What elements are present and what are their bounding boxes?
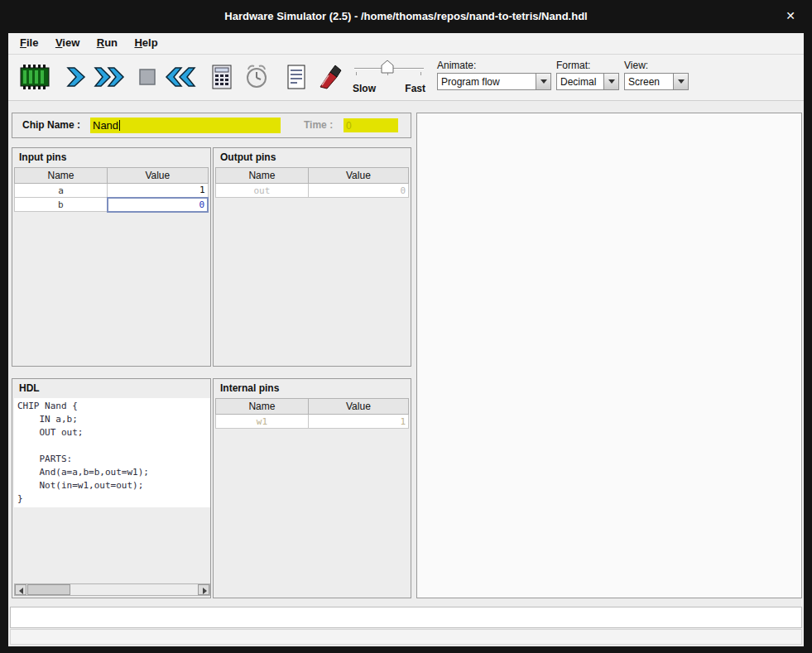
triangle-left-icon bbox=[19, 588, 23, 594]
table-row: w1 1 bbox=[216, 415, 409, 429]
window-title: Hardware Simulator (2.5) - /home/thomas/… bbox=[0, 10, 812, 22]
menu-help[interactable]: Help bbox=[127, 33, 164, 52]
document-icon bbox=[286, 64, 307, 90]
pin-name-cell: out bbox=[216, 184, 309, 198]
chip-icon bbox=[19, 65, 50, 89]
output-pins-panel: Output pins Name Value out 0 bbox=[213, 147, 411, 367]
chip-name-label: Chip Name : bbox=[22, 119, 80, 131]
status-secondary-bar bbox=[10, 629, 802, 645]
chevron-down-icon[interactable] bbox=[603, 74, 618, 89]
format-selected-value: Decimal bbox=[560, 76, 596, 88]
scroll-left-button[interactable] bbox=[15, 584, 26, 595]
slider-thumb[interactable] bbox=[381, 60, 394, 77]
chevron-down-icon[interactable] bbox=[536, 74, 550, 89]
chevron-down-icon[interactable] bbox=[673, 74, 688, 89]
view-selected-value: Screen bbox=[628, 76, 660, 88]
column-header-name: Name bbox=[15, 168, 108, 184]
menu-bar: File View Run Help bbox=[8, 33, 804, 55]
clock-button[interactable] bbox=[240, 60, 273, 94]
speed-slider[interactable]: Slow Fast bbox=[353, 58, 425, 98]
hdl-view-button[interactable] bbox=[280, 60, 313, 94]
run-icon bbox=[93, 65, 126, 89]
format-select[interactable]: Decimal bbox=[556, 73, 619, 90]
input-pins-table: Name Value a 1 b 0 bbox=[14, 167, 209, 213]
input-pins-title: Input pins bbox=[12, 148, 210, 165]
table-row: out 0 bbox=[216, 184, 409, 198]
toolbar: Slow Fast Animate: Program flow Format: … bbox=[8, 55, 804, 101]
reset-button[interactable] bbox=[164, 60, 197, 94]
table-row: a 1 bbox=[15, 184, 209, 198]
reset-icon bbox=[164, 65, 197, 89]
hdl-title: HDL bbox=[12, 379, 210, 396]
animate-selected-value: Program flow bbox=[441, 76, 500, 88]
hdl-code-view: CHIP Nand { IN a,b; OUT out; PARTS: And(… bbox=[14, 398, 210, 507]
column-header-name: Name bbox=[216, 168, 309, 184]
pin-value-cell[interactable]: 0 bbox=[108, 198, 208, 212]
chip-name-value: Nand bbox=[93, 119, 118, 132]
single-step-button[interactable] bbox=[60, 60, 93, 94]
text-caret bbox=[119, 120, 120, 131]
calculator-icon bbox=[210, 64, 233, 90]
app-window: Hardware Simulator (2.5) - /home/thomas/… bbox=[0, 0, 812, 653]
stop-icon bbox=[137, 66, 157, 88]
chip-name-panel: Chip Name : Nand Time : 0 bbox=[12, 113, 411, 138]
menu-run[interactable]: Run bbox=[90, 33, 124, 52]
pin-value-cell: 0 bbox=[308, 184, 408, 198]
table-row: b 0 bbox=[15, 198, 209, 212]
slider-fast-label: Fast bbox=[405, 83, 425, 94]
slider-slow-label: Slow bbox=[353, 83, 376, 94]
view-label: View: bbox=[624, 60, 648, 71]
internal-pins-title: Internal pins bbox=[214, 379, 411, 396]
pin-value-cell: 1 bbox=[308, 415, 408, 429]
pin-value-cell[interactable]: 1 bbox=[108, 184, 208, 198]
close-button[interactable]: ✕ bbox=[786, 9, 795, 22]
pin-name-cell: b bbox=[15, 198, 108, 212]
internal-pins-panel: Internal pins Name Value w1 1 bbox=[213, 378, 411, 598]
internal-pins-table: Name Value w1 1 bbox=[215, 398, 409, 429]
output-pins-title: Output pins bbox=[214, 148, 411, 165]
clock-icon bbox=[244, 64, 269, 90]
menu-file[interactable]: File bbox=[13, 33, 45, 52]
column-header-value: Value bbox=[308, 168, 408, 184]
chip-name-input[interactable]: Nand bbox=[90, 118, 281, 133]
load-chip-button[interactable] bbox=[18, 60, 51, 94]
column-header-value: Value bbox=[308, 399, 408, 415]
triangle-right-icon bbox=[203, 588, 207, 594]
input-pins-panel: Input pins Name Value a 1 b 0 bbox=[12, 147, 211, 367]
stop-button[interactable] bbox=[131, 60, 164, 94]
brush-icon bbox=[315, 64, 344, 90]
output-pins-table: Name Value out 0 bbox=[215, 167, 409, 198]
column-header-name: Name bbox=[216, 399, 309, 415]
pin-name-cell: w1 bbox=[216, 415, 309, 429]
view-select[interactable]: Screen bbox=[624, 73, 689, 90]
run-button[interactable] bbox=[93, 60, 126, 94]
single-step-icon bbox=[64, 65, 89, 89]
screen-display-panel bbox=[416, 113, 802, 598]
window-content: File View Run Help bbox=[8, 33, 804, 646]
clear-button[interactable] bbox=[313, 60, 346, 94]
scrollbar-thumb[interactable] bbox=[27, 584, 70, 595]
hdl-panel: HDL CHIP Nand { IN a,b; OUT out; PARTS: … bbox=[12, 378, 211, 598]
menu-view[interactable]: View bbox=[49, 33, 86, 52]
animate-select[interactable]: Program flow bbox=[437, 73, 551, 90]
time-label: Time : bbox=[304, 119, 333, 131]
calculator-button[interactable] bbox=[205, 60, 238, 94]
format-label: Format: bbox=[556, 60, 590, 71]
pin-name-cell: a bbox=[15, 184, 108, 198]
column-header-value: Value bbox=[108, 168, 208, 184]
scroll-right-button[interactable] bbox=[198, 584, 209, 595]
time-value: 0 bbox=[346, 120, 352, 132]
time-field: 0 bbox=[344, 118, 398, 132]
hdl-horizontal-scrollbar[interactable] bbox=[14, 583, 210, 596]
animate-label: Animate: bbox=[437, 60, 476, 71]
status-message-bar bbox=[10, 607, 802, 628]
title-bar: Hardware Simulator (2.5) - /home/thomas/… bbox=[0, 0, 812, 33]
